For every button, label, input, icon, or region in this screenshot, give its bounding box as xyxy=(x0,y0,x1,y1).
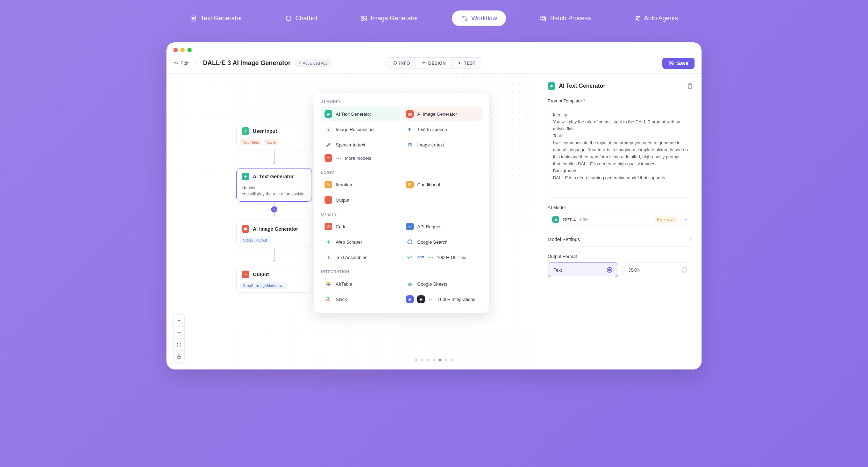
model-settings-row[interactable]: Model Settings xyxy=(548,232,693,247)
page-dot-active[interactable] xyxy=(439,359,441,361)
tag: Step1 . output xyxy=(240,237,270,243)
palette-conditional[interactable]: IF Conditional xyxy=(403,178,482,191)
palette-airtable[interactable]: AirTable xyxy=(321,277,400,290)
nav-auto-agents[interactable]: Auto Agents xyxy=(624,10,687,26)
nav-text-generator[interactable]: Text Generator xyxy=(181,10,251,26)
maximize-dot[interactable] xyxy=(187,48,192,52)
discord-icon: ◉ xyxy=(406,295,414,303)
nav-chatbot[interactable]: Chatbot xyxy=(276,10,327,26)
translate-icon: 字A xyxy=(406,253,414,261)
palette-slack[interactable]: Slack xyxy=(321,293,400,306)
chevron-down-icon xyxy=(684,217,689,222)
palette-ai-text-generator[interactable]: ◉ AI Text Generator xyxy=(321,107,400,121)
ai-model-label: AI Model xyxy=(548,205,693,210)
nav-workflow[interactable]: Workflow xyxy=(452,10,506,26)
svg-point-13 xyxy=(408,240,412,244)
output-icon: → xyxy=(325,196,332,204)
model-cost-tag: Expensive xyxy=(654,216,677,223)
svg-point-11 xyxy=(244,175,247,178)
prompt-template-input[interactable]: Identity: You will play the role of an a… xyxy=(548,107,693,198)
output-format-text[interactable]: Text xyxy=(548,263,618,277)
tab-design[interactable]: DESIGN xyxy=(415,58,451,69)
chat-icon xyxy=(285,15,292,22)
workflow-icon xyxy=(461,15,468,22)
palette-more-utilities[interactable]: 字A OCR ⋯ 1000+ Utillities xyxy=(403,251,482,264)
node-title: Output xyxy=(253,272,269,277)
palette-code[interactable]: </> Code xyxy=(321,220,400,233)
palette-image-to-text[interactable]: 🖼 Image-to-text xyxy=(403,138,482,151)
github-icon: ◉ xyxy=(417,295,425,303)
document-icon xyxy=(190,15,197,22)
app-window: Exit DALL·E 3 AI Image Generator ✦ Advan… xyxy=(166,42,702,369)
zoom-out-button[interactable]: − xyxy=(174,326,184,338)
exit-button[interactable]: Exit xyxy=(173,60,196,66)
palette-image-recognition[interactable]: ⦿ Image Recognition xyxy=(321,123,400,136)
node-palette: AI MODEL ◉ AI Text Generator ▣ AI Image … xyxy=(314,93,489,313)
page-dot[interactable] xyxy=(421,359,424,361)
ellipsis-icon: ⋯ xyxy=(428,254,433,261)
svg-rect-2 xyxy=(361,16,366,21)
model-meta: 128k xyxy=(579,217,589,222)
tab-test[interactable]: TEST xyxy=(451,58,481,69)
zoom-in-button[interactable]: + xyxy=(174,315,184,326)
agent-icon xyxy=(633,15,640,22)
tag: Style xyxy=(264,139,278,145)
palette-iteration[interactable]: ↻ Iteration xyxy=(321,178,400,191)
nav-batch-process[interactable]: Batch Process xyxy=(531,10,600,26)
palette-more-integrations[interactable]: ◉ ◉ ⋯ 1000+ Integrations xyxy=(403,293,482,306)
svg-rect-20 xyxy=(178,356,180,358)
add-node-button[interactable]: + xyxy=(271,206,277,213)
page-dot[interactable] xyxy=(433,359,435,361)
page-dot[interactable] xyxy=(445,359,447,361)
close-dot[interactable] xyxy=(173,48,178,52)
palette-output[interactable]: → Output xyxy=(321,193,400,207)
palette-speech-to-text[interactable]: 🎤 Speech-to-text xyxy=(321,138,400,151)
palette-more-models[interactable]: ≡ ⋯ More models xyxy=(321,151,482,165)
sparkle-icon: ✦ xyxy=(298,61,301,65)
palette-text-assembler[interactable]: T Text Assembler xyxy=(321,251,400,264)
image-gen-icon xyxy=(242,225,249,233)
node-user-input[interactable]: User Input Your Idea Style xyxy=(236,123,312,149)
undo-icon xyxy=(173,61,178,66)
workspace[interactable]: User Input Your Idea Style AI Text Gener… xyxy=(166,74,702,369)
more-icon: ≡ xyxy=(325,154,332,162)
advanced-app-badge: ✦ Advanced App xyxy=(295,59,331,67)
nav-label: Batch Process xyxy=(550,15,591,22)
code-icon: </> xyxy=(325,223,332,230)
nav-label: Workflow xyxy=(471,15,497,22)
delete-button[interactable] xyxy=(687,83,693,89)
palette-ai-image-generator[interactable]: ▣ AI Image Generator xyxy=(403,107,482,121)
output-format-json[interactable]: JSON xyxy=(622,263,693,277)
side-panel: AI Text Generator Prompt Template * Iden… xyxy=(539,74,702,369)
palette-google-search[interactable]: Google Search xyxy=(403,235,482,249)
palette-text-to-speech[interactable]: 🗣 Text-to-speech xyxy=(403,123,482,136)
svg-rect-17 xyxy=(327,297,329,299)
node-image-generator[interactable]: AI Image Generator Step1 . output xyxy=(236,221,312,247)
palette-web-scraper[interactable]: 🕷 Web Scraper xyxy=(321,235,400,249)
minimize-dot[interactable] xyxy=(180,48,185,52)
play-icon xyxy=(457,61,462,65)
radio-unselected xyxy=(682,267,687,273)
page-dot[interactable] xyxy=(427,359,429,361)
conditional-icon: IF xyxy=(406,181,414,188)
openai-icon: ◉ xyxy=(325,110,332,118)
image-icon xyxy=(360,15,367,22)
lock-button[interactable] xyxy=(174,350,184,362)
image-gen-icon: ▣ xyxy=(406,110,414,118)
save-button[interactable]: Save xyxy=(662,58,695,69)
palette-google-sheets[interactable]: ▦ Google Sheets xyxy=(403,277,482,290)
svg-point-5 xyxy=(465,20,467,21)
save-icon xyxy=(669,60,674,66)
fit-screen-button[interactable] xyxy=(174,338,184,350)
node-text-generator[interactable]: AI Text Generator Identity: You will pla… xyxy=(236,168,312,202)
palette-api-request[interactable]: API API Request xyxy=(403,220,482,233)
nav-image-generator[interactable]: Image Generator xyxy=(351,10,427,26)
node-output[interactable]: Output Step2 . imageMarkdown xyxy=(236,266,312,293)
page-dot[interactable] xyxy=(415,359,418,361)
ai-model-select[interactable]: GPT-4 128k Expensive xyxy=(548,214,693,225)
svg-rect-12 xyxy=(244,228,247,230)
recognition-icon: ⦿ xyxy=(325,125,332,133)
page-dot[interactable] xyxy=(451,359,453,361)
nav-label: Chatbot xyxy=(296,15,318,22)
tab-info[interactable]: INFO xyxy=(387,58,415,69)
